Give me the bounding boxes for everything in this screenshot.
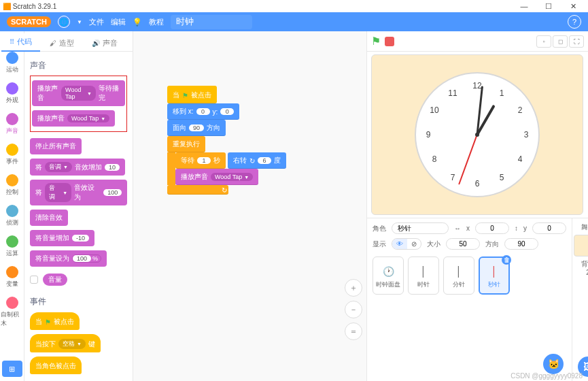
ws-play[interactable]: 播放声音 Wood Tap▼	[175, 169, 258, 185]
sound-dropdown[interactable]: Wood Tap▼	[61, 86, 96, 101]
cat-events[interactable]: 事件	[1, 144, 24, 166]
window-titlebar: 🟧 Scratch 3.29.1 — ☐ ✕	[0, 0, 588, 12]
block-when-key[interactable]: 当按下 空格▼ 键	[30, 334, 101, 352]
sprite-x-input[interactable]	[475, 222, 509, 234]
large-stage-button[interactable]: ◻	[553, 35, 568, 48]
cw-icon: ↻	[249, 157, 255, 165]
tab-sounds[interactable]: 🔊声音	[84, 35, 126, 52]
project-name-input[interactable]	[171, 15, 252, 29]
menu-edit[interactable]: 编辑	[111, 17, 126, 27]
right-panel: ⚑ ▫ ◻ ⛶ 12 1 2 3 4 5 6 7 8	[366, 31, 588, 381]
block-set-volume[interactable]: 将音量设为 100%	[30, 250, 107, 267]
visibility-toggle[interactable]: 👁⊘	[392, 238, 421, 250]
window-minimize[interactable]: —	[512, 2, 536, 10]
block-stop-all-sounds[interactable]: 停止所有声音	[30, 138, 82, 154]
palette-header-sound: 声音	[30, 60, 46, 71]
code-icon: ⠿	[10, 38, 14, 46]
cat-myblocks[interactable]: 自制积木	[1, 297, 24, 328]
stage-label: 舞台	[581, 222, 588, 232]
menu-tutorials[interactable]: 教程	[149, 17, 164, 27]
cat-motion[interactable]: 运动	[1, 52, 24, 74]
label-sprite: 角色	[373, 224, 386, 233]
sprite-size-input[interactable]	[446, 238, 480, 250]
loop-icon: ↻	[222, 186, 227, 194]
script-workspace[interactable]: 当⚑被点击 移到 x:0 y:0 面向90方向 重复执行 等待1秒 右转↻6度 …	[133, 31, 366, 381]
add-extension-button[interactable]: ⊞	[2, 361, 22, 377]
tab-code[interactable]: ⠿代码	[1, 33, 40, 52]
fullscreen-button[interactable]: ⛶	[569, 35, 584, 48]
sprite-item-second[interactable]: 🗑 │秒针	[479, 256, 510, 295]
block-play-sound[interactable]: 播放声音 Wood Tap▼	[32, 110, 115, 127]
sprite-item-minute[interactable]: │分针	[443, 256, 474, 295]
window-close[interactable]: ✕	[561, 2, 585, 11]
sprite-name-input[interactable]	[392, 222, 449, 234]
delete-sprite-button[interactable]: 🗑	[502, 255, 511, 265]
app-icon: 🟧	[3, 3, 11, 10]
bulb-icon: 💡	[133, 18, 142, 27]
cat-sound[interactable]: 声音	[1, 113, 24, 135]
ws-goto[interactable]: 移到 x:0 y:0	[167, 103, 239, 120]
menubar: SCRATCH 🌐▼ 文件 编辑 💡 教程 ?	[0, 12, 588, 31]
scratch-logo: SCRATCH	[7, 16, 51, 27]
ws-turn[interactable]: 右转↻6度	[228, 152, 286, 169]
zoom-out-button[interactable]: －	[345, 301, 362, 318]
stop-button[interactable]	[385, 37, 394, 46]
second-hand	[459, 135, 478, 185]
cat-control[interactable]: 控制	[1, 174, 24, 197]
category-rail: 运动 外观 声音 事件 控制 侦测 运算 变量 自制积木 ⊞	[0, 31, 24, 381]
tab-costumes[interactable]: 🖌造型	[41, 35, 82, 52]
cat-variables[interactable]: 变量	[1, 266, 24, 288]
cat-looks[interactable]: 外观	[1, 82, 24, 105]
checkbox-icon[interactable]	[30, 276, 38, 284]
stage-thumbnail[interactable]	[574, 235, 588, 256]
block-palette[interactable]: 声音 播放声音 Wood Tap▼ 等待播完 播放声音 Wood Tap▼ 停止…	[24, 52, 133, 381]
window-title: Scratch 3.29.1	[13, 3, 56, 10]
block-when-clicked[interactable]: 当角色被点击	[30, 357, 82, 374]
ws-point[interactable]: 面向90方向	[167, 120, 226, 136]
ws-forever-top[interactable]: 重复执行	[167, 136, 205, 152]
block-change-volume[interactable]: 将音量增加 -10	[30, 230, 94, 246]
zoom-in-button[interactable]: ＋	[345, 279, 362, 297]
brush-icon: 🖌	[50, 39, 56, 47]
flag-icon: ⚑	[182, 92, 188, 99]
backdrops-label: 背景	[581, 259, 588, 269]
highlight-box: 播放声音 Wood Tap▼ 等待播完 播放声音 Wood Tap▼	[30, 76, 127, 132]
editor-tabs: ⠿代码 🖌造型 🔊声音	[0, 31, 204, 52]
stage[interactable]: 12 1 2 3 4 5 6 7 8 9 10 11	[371, 54, 583, 215]
speaker-icon: 🔊	[92, 39, 100, 47]
eye-open-icon: 👁	[392, 239, 407, 249]
block-set-effect[interactable]: 将 音调▼ 音效设为 100	[30, 180, 127, 205]
eye-closed-icon: ⊘	[407, 239, 421, 249]
clock-face: 12 1 2 3 4 5 6 7 8 9 10 11	[415, 72, 540, 197]
y-icon: ↕	[515, 225, 518, 232]
script-stack[interactable]: 当⚑被点击 移到 x:0 y:0 面向90方向 重复执行 等待1秒 右转↻6度 …	[167, 86, 366, 195]
block-clear-effects[interactable]: 清除音效	[30, 210, 68, 226]
block-change-effect[interactable]: 将 音调▼ 音效增加 10	[30, 159, 125, 176]
block-play-until-done[interactable]: 播放声音 Wood Tap▼ 等待播完	[32, 80, 125, 106]
x-icon: ↔	[454, 225, 461, 232]
menu-file[interactable]: 文件	[89, 17, 104, 27]
small-stage-button[interactable]: ▫	[536, 35, 551, 48]
sprite-y-input[interactable]	[532, 222, 566, 234]
cat-operators[interactable]: 运算	[1, 235, 24, 258]
add-sprite-button[interactable]: 🐱	[543, 354, 564, 374]
flag-icon: ⚑	[45, 318, 51, 326]
reporter-volume[interactable]: 音量	[30, 271, 67, 288]
ws-forever-bottom[interactable]: ↻	[167, 185, 228, 195]
palette-header-events: 事件	[30, 296, 46, 308]
zoom-reset-button[interactable]: ＝	[345, 322, 362, 340]
cat-sensing[interactable]: 侦测	[1, 205, 24, 227]
window-maximize[interactable]: ☐	[536, 2, 561, 11]
ws-wait[interactable]: 等待1秒	[175, 152, 226, 169]
green-flag-button[interactable]: ⚑	[371, 35, 381, 48]
block-when-flag[interactable]: 当⚑被点击	[30, 312, 80, 330]
sprite-list: 🕐时钟面盘 │时针 │分针 🗑 │秒针	[373, 256, 566, 295]
help-button[interactable]: ?	[568, 15, 581, 29]
watermark: CSDN @ggggyyyy0928	[511, 372, 583, 380]
sprite-item-clockface[interactable]: 🕐时钟面盘	[373, 256, 404, 295]
ws-when-flag[interactable]: 当⚑被点击	[167, 86, 217, 103]
sprite-direction-input[interactable]	[504, 238, 538, 250]
language-menu[interactable]: 🌐	[58, 16, 70, 28]
sound-dropdown[interactable]: Wood Tap▼	[67, 114, 109, 122]
sprite-item-hour[interactable]: │时针	[408, 256, 439, 295]
